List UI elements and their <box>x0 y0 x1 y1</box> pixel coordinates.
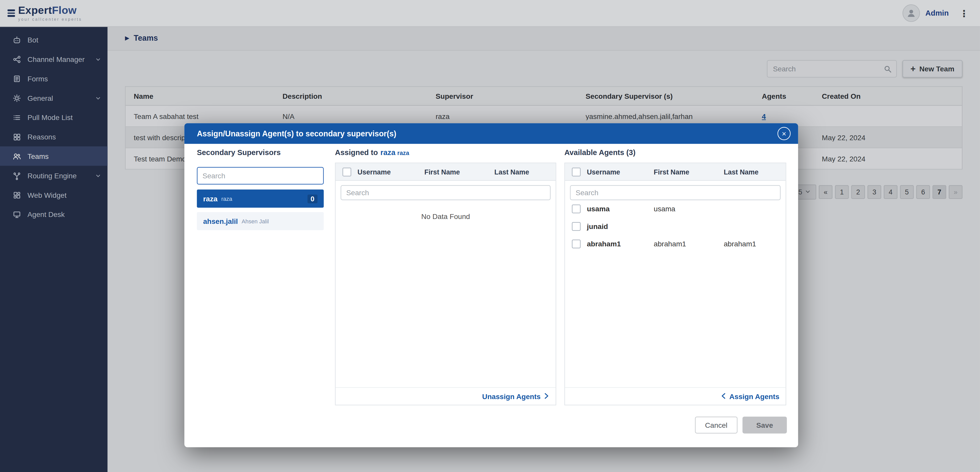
assigned-agents-panel: Username First Name Last Name No Data Fo… <box>335 163 557 405</box>
secondary-supervisors-panel: raza raza 0 ahsen.jalil Ahsen Jalil <box>197 167 324 234</box>
no-data-message: No Data Found <box>336 200 556 220</box>
supervisor-item-raza[interactable]: raza raza 0 <box>197 190 324 208</box>
column-header: First Name <box>654 168 724 175</box>
column-header: Last Name <box>724 168 786 175</box>
column-header: Last Name <box>494 168 556 175</box>
cancel-button[interactable]: Cancel <box>695 416 737 434</box>
select-all-assigned-checkbox[interactable] <box>342 167 351 176</box>
unassign-agents-button[interactable]: Unassign Agents <box>482 392 549 400</box>
column-header: Username <box>358 168 425 175</box>
supervisor-list: raza raza 0 ahsen.jalil Ahsen Jalil <box>197 190 324 230</box>
assigned-search-input[interactable] <box>341 185 551 200</box>
available-table-header: Username First Name Last Name <box>565 163 786 180</box>
supervisor-search <box>197 167 324 185</box>
agent-row-usama[interactable]: usama usama <box>565 200 786 217</box>
app-root: ExpertFlow your callcenter experts Admin… <box>0 0 980 472</box>
column-header: Username <box>587 168 654 175</box>
modal-header: Assign/Unassign Agent(s) to secondary su… <box>184 123 798 144</box>
close-icon[interactable]: × <box>778 127 791 140</box>
available-search-input[interactable] <box>570 185 781 200</box>
agent-checkbox[interactable] <box>572 239 581 248</box>
available-footer: Assign Agents <box>565 387 786 405</box>
select-all-available-checkbox[interactable] <box>572 167 581 176</box>
agent-checkbox[interactable] <box>572 205 581 214</box>
agent-checkbox[interactable] <box>572 222 581 231</box>
assign-agents-button[interactable]: Assign Agents <box>721 392 780 400</box>
available-search <box>570 185 781 200</box>
chevron-right-icon <box>543 392 549 400</box>
save-button[interactable]: Save <box>743 416 787 434</box>
available-agents-panel: Username First Name Last Name usama usam… <box>565 163 786 405</box>
available-agents-title: Available Agents (3) <box>565 148 635 157</box>
agent-row-junaid[interactable]: junaid <box>565 218 786 235</box>
chevron-left-icon <box>721 392 727 400</box>
supervisor-item-ahsen-jalil[interactable]: ahsen.jalil Ahsen Jalil <box>197 212 324 230</box>
assign-agents-modal: Assign/Unassign Agent(s) to secondary su… <box>184 123 798 447</box>
assigned-footer: Unassign Agents <box>336 387 556 405</box>
modal-title: Assign/Unassign Agent(s) to secondary su… <box>197 129 396 138</box>
assigned-table-header: Username First Name Last Name <box>336 163 556 180</box>
agent-row-abraham1[interactable]: abraham1 abraham1 abraham1 <box>565 235 786 252</box>
available-agents-list: usama usama junaid abraham1 abraham1 abr… <box>565 200 786 252</box>
secondary-supervisors-title: Secondary Supervisors <box>197 148 281 157</box>
assigned-count-badge: 0 <box>307 194 317 203</box>
column-header: First Name <box>424 168 494 175</box>
assigned-search <box>341 185 551 200</box>
supervisor-search-input[interactable] <box>197 167 324 185</box>
assigned-title: Assigned torazaraza <box>335 148 409 157</box>
